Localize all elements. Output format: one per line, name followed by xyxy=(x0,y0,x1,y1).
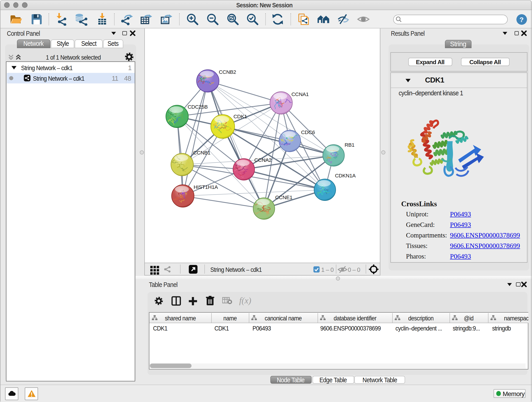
svg-text:CCNB2: CCNB2 xyxy=(219,69,236,75)
svg-text:HIST1H1A: HIST1H1A xyxy=(193,184,218,190)
svg-text:CDK1: CDK1 xyxy=(233,114,247,119)
svg-text:CDKN1A: CDKN1A xyxy=(335,172,355,179)
svg-text:CCNA1: CCNA1 xyxy=(291,91,308,97)
svg-text:CCNB1: CCNB1 xyxy=(193,150,210,156)
svg-text:CCNA2: CCNA2 xyxy=(254,157,271,163)
svg-text:RB1: RB1 xyxy=(344,142,354,148)
svg-text:CDC25B: CDC25B xyxy=(187,104,208,110)
svg-text:CCNE1: CCNE1 xyxy=(275,194,292,200)
svg-text:CDC6: CDC6 xyxy=(301,129,315,135)
